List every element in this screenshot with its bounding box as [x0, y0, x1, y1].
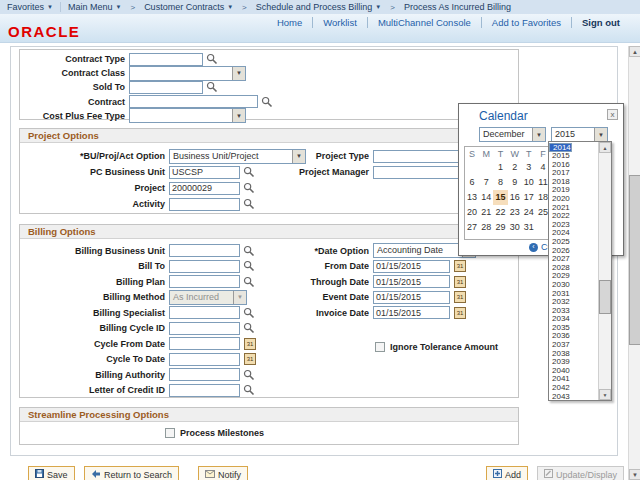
- calendar-day[interactable]: 28: [479, 220, 493, 235]
- through-date-input[interactable]: 01/15/2015: [373, 275, 450, 288]
- pc-business-unit-input[interactable]: USCSP: [169, 166, 240, 179]
- lookup-icon[interactable]: [243, 276, 255, 288]
- calendar-icon[interactable]: 31: [244, 353, 256, 365]
- year-option-2043[interactable]: 2043: [549, 393, 599, 400]
- lookup-icon[interactable]: [206, 53, 218, 65]
- scroll-up-icon[interactable]: ▲: [599, 142, 611, 153]
- lookup-icon[interactable]: [206, 81, 218, 93]
- letter-of-credit-id-input[interactable]: [169, 384, 240, 397]
- from-date-input[interactable]: 01/15/2015: [373, 260, 450, 273]
- invoice-date-input[interactable]: 01/15/2015: [373, 306, 450, 319]
- chevron-down-icon[interactable]: ▼: [532, 128, 545, 141]
- billing-plan-input[interactable]: [169, 275, 240, 288]
- lookup-icon[interactable]: [261, 96, 273, 108]
- calendar-day[interactable]: 20: [465, 205, 479, 220]
- calendar-day[interactable]: 31: [522, 220, 536, 235]
- lookup-icon[interactable]: [243, 198, 255, 210]
- calendar-icon[interactable]: 31: [454, 276, 466, 288]
- year-select[interactable]: 2015 ▼: [551, 127, 608, 142]
- breadcrumb-item-schedule-and-process-billing[interactable]: Schedule and Process Billing▼: [249, 0, 389, 14]
- calendar-day[interactable]: 6: [465, 175, 479, 190]
- chevron-down-icon[interactable]: ▼: [594, 128, 607, 141]
- calendar-day[interactable]: 16: [508, 190, 522, 205]
- bill-to-input[interactable]: [169, 260, 240, 273]
- lookup-icon[interactable]: [243, 307, 255, 319]
- calendar-day[interactable]: 13: [465, 190, 479, 205]
- breadcrumb-item-favorites[interactable]: Favorites▼: [0, 0, 60, 14]
- cost-plus-fee-type-label: Cost Plus Fee Type: [20, 111, 129, 121]
- notify-button[interactable]: Notify: [198, 466, 248, 480]
- breadcrumb-item-process-as-incurred-billing[interactable]: Process As Incurred Billing: [397, 0, 518, 14]
- lookup-icon[interactable]: [243, 166, 255, 178]
- scroll-down-icon[interactable]: ▼: [629, 469, 640, 480]
- billing-authority-input[interactable]: [169, 368, 240, 381]
- nav-sign-out[interactable]: Sign out: [571, 17, 630, 28]
- chevron-down-icon[interactable]: ▼: [232, 67, 245, 80]
- calendar-day[interactable]: 10: [522, 175, 536, 190]
- contract-class-select-value: [130, 67, 232, 80]
- button-label: Return to Search: [104, 470, 172, 480]
- nav-home[interactable]: Home: [267, 17, 312, 28]
- calendar-icon[interactable]: 31: [454, 260, 466, 272]
- calendar-day[interactable]: 30: [508, 220, 522, 235]
- scroll-up-icon[interactable]: ▲: [629, 46, 640, 57]
- contract-class-select[interactable]: ▼: [129, 66, 246, 81]
- month-select[interactable]: December ▼: [479, 127, 546, 142]
- calendar-day[interactable]: 7: [479, 175, 493, 190]
- page-scrollbar-thumb[interactable]: [629, 175, 640, 345]
- calendar-day[interactable]: 8: [493, 175, 507, 190]
- scroll-down-icon[interactable]: ▼: [599, 389, 611, 400]
- chevron-down-icon[interactable]: ▼: [232, 109, 245, 122]
- calendar-day[interactable]: 23: [508, 205, 522, 220]
- billing-business-unit-input[interactable]: [169, 244, 240, 257]
- breadcrumb-item-main-menu[interactable]: Main Menu▼: [61, 0, 128, 14]
- nav-worklist[interactable]: Worklist: [312, 17, 367, 28]
- lookup-icon[interactable]: [243, 369, 255, 381]
- sold-to-input[interactable]: [129, 81, 203, 94]
- calendar-day[interactable]: 29: [493, 220, 507, 235]
- lookup-icon[interactable]: [243, 322, 255, 334]
- project-input[interactable]: 20000029: [169, 182, 240, 195]
- process-milestones-checkbox[interactable]: [165, 428, 175, 438]
- save-button[interactable]: Save: [28, 466, 75, 480]
- calendar-day[interactable]: 3: [522, 160, 536, 175]
- event-date-input[interactable]: 01/15/2015: [373, 291, 450, 304]
- page-scrollbar[interactable]: ▲ ▼: [628, 46, 640, 480]
- breadcrumb-separator: >: [128, 3, 137, 12]
- calendar-day-selected[interactable]: 15: [493, 190, 507, 205]
- year-list-scrollbar-thumb[interactable]: [599, 280, 611, 314]
- cycle-from-date-input[interactable]: [169, 337, 240, 350]
- nav-multichannel-console[interactable]: MultiChannel Console: [367, 17, 481, 28]
- calendar-day[interactable]: 1: [493, 160, 507, 175]
- calendar-day[interactable]: 2: [508, 160, 522, 175]
- cost-plus-fee-type-select[interactable]: ▼: [129, 108, 246, 123]
- contract-input[interactable]: [129, 95, 258, 108]
- nav-add-to-favorites[interactable]: Add to Favorites: [481, 17, 571, 28]
- return-to-search-button[interactable]: Return to Search: [84, 466, 179, 480]
- calendar-day[interactable]: 24: [522, 205, 536, 220]
- lookup-icon[interactable]: [243, 182, 255, 194]
- cycle-to-date-input[interactable]: [169, 353, 240, 366]
- ignore-tolerance-checkbox[interactable]: [375, 342, 385, 352]
- calendar-day[interactable]: 9: [508, 175, 522, 190]
- add-button[interactable]: Add: [486, 466, 528, 480]
- lookup-icon[interactable]: [243, 260, 255, 272]
- billing-cycle-id-input[interactable]: [169, 322, 240, 335]
- calendar-day[interactable]: 27: [465, 220, 479, 235]
- current-date-icon[interactable]: ‹: [529, 243, 538, 252]
- calendar-day[interactable]: 14: [479, 190, 493, 205]
- close-icon[interactable]: x: [607, 109, 618, 120]
- calendar-day[interactable]: 21: [479, 205, 493, 220]
- calendar-icon[interactable]: 31: [454, 291, 466, 303]
- billing-specialist-input[interactable]: [169, 306, 240, 319]
- lookup-icon[interactable]: [243, 245, 255, 257]
- breadcrumb-item-customer-contracts[interactable]: Customer Contracts▼: [137, 0, 240, 14]
- contract-type-input[interactable]: [129, 53, 203, 66]
- lookup-icon[interactable]: [243, 384, 255, 396]
- calendar-day[interactable]: 22: [493, 205, 507, 220]
- activity-input[interactable]: [169, 198, 240, 211]
- year-list-scrollbar[interactable]: ▲ ▼: [598, 142, 611, 400]
- calendar-icon[interactable]: 31: [454, 307, 466, 319]
- field-row-billing-specialist: Billing Specialist: [20, 305, 256, 321]
- calendar-day[interactable]: 17: [522, 190, 536, 205]
